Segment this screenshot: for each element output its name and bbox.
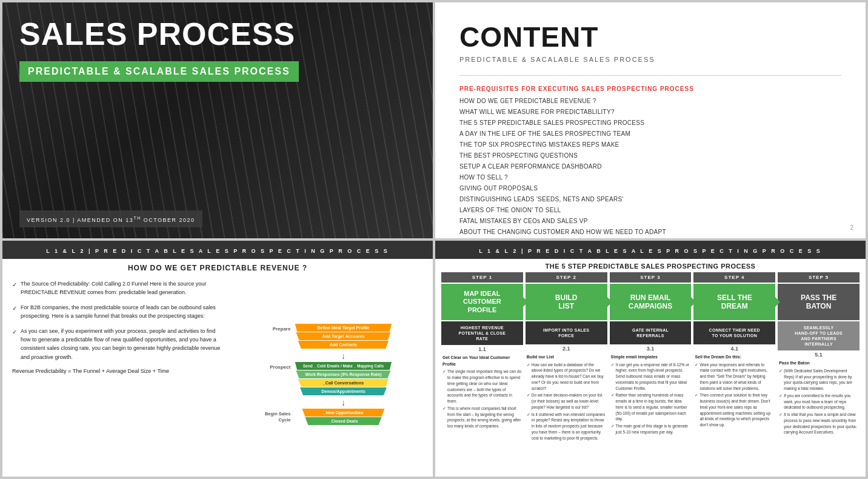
step-2-num: 2.1 <box>526 346 607 352</box>
toc-item-11: LAYERS OF THE ONION' TO SELL <box>459 205 841 216</box>
toc-item-9: GIVING OUT PROPOSALS <box>459 183 841 194</box>
funnel-bar-conversations: _Call Conversations <box>293 379 393 387</box>
step-2-desc-heading: Build our List <box>527 354 606 361</box>
funnel-begin-label: Begin Sales Cycle <box>260 409 290 423</box>
step-5-label: STEP 5 <box>778 272 860 283</box>
funnel-bar-demos: Demos/Appointments <box>293 387 393 395</box>
funnel-bar-accounts: Add Target Accounts <box>293 332 393 340</box>
step-3-sub: GATE INTERNAL REFERRALS <box>610 321 692 344</box>
toc-item-13: ABOUT THE CHANGING CUSTOMER AND HOW WE N… <box>459 227 841 238</box>
check-icon: ✓ <box>527 392 530 399</box>
toc-item-1: HOW DO WE GET PREDICTABLE REVENUE ? <box>459 96 841 107</box>
check-icon: ✓ <box>695 392 698 399</box>
funnel-prospect-label: Prospect <box>260 362 290 370</box>
step-2-desc: Build our List ✓ How can we build a data… <box>526 354 607 442</box>
check-icon: ✓ <box>611 362 615 369</box>
step-3-label: STEP 3 <box>610 272 692 283</box>
slide-1: SALES PROCESS PREDICTABLE & SCALABLE SAL… <box>2 2 433 238</box>
toc-item-6: THE BEST PROSPECTING QUESTIONS <box>459 150 841 161</box>
funnel-bar-define: Define Ideal Target Profile <box>293 324 393 332</box>
check-icon: ✓ <box>442 406 446 412</box>
checkmark-icon-3: ✓ <box>12 327 17 337</box>
step-1-main: MAP IDEAL CUSTOMER PROFILE <box>441 284 523 320</box>
step-2-main: BUILD LIST <box>526 284 607 320</box>
funnel-bar-cold-emails: Send _ Cold Emails / Make _ Mapping Call… <box>293 362 393 370</box>
funnel-prospect-group: Prospect Send _ Cold Emails / Make _ Map… <box>260 362 393 397</box>
check-icon: ✓ <box>442 369 446 375</box>
step-4-sub: CONNECT THEIR NEED TO YOUR SOLUTION <box>693 321 775 344</box>
slide3-right-column: Prepare Define Ideal Target Profile Add … <box>231 280 423 471</box>
funnel-prepare-label: Prepare <box>260 324 290 332</box>
step-2-sub: IMPORT INTO SALES FORCE <box>526 321 607 344</box>
slide3-bullet-3: ✓ As you can see, if you experiment with… <box>12 327 224 362</box>
step-1-desc-bullet-1: ✓ The single most important thing we can… <box>442 369 522 404</box>
funnel-bar-contacts: Add Contacts <box>293 341 393 349</box>
step-5-desc-heading: Pass the Baton <box>779 360 858 367</box>
toc-item-2: WHAT WILL WE MEASURE FOR PREDICTABLILITY… <box>459 107 841 118</box>
slide-4: L 1 & L 2 | P R E D I C T A B L E S A L … <box>435 241 866 477</box>
slide3-header: L 1 & L 2 | P R E D I C T A B L E S A L … <box>2 241 433 259</box>
slide3-bullet-2: ✓ For B2B companies, the most predictabl… <box>12 303 224 321</box>
step-5-desc-bullet-3: ✓ It is vital that you have a simple and… <box>779 412 858 435</box>
slide-3: L 1 & L 2 | P R E D I C T A B L E S A L … <box>2 241 433 477</box>
step-1-column: STEP 1 MAP IDEAL CUSTOMER PROFILE HIGHES… <box>440 272 524 442</box>
step-1-desc: Get Clear on Your Ideal Customer Profile… <box>441 355 523 430</box>
step-5-desc-bullet-1: ✓ (With Dedicated Sales Development Reps… <box>779 368 858 392</box>
step-1-desc-heading: Get Clear on Your Ideal Customer Profile <box>442 355 522 367</box>
slide3-bullet-text-1: The Source Of Predictability: Cold Calli… <box>21 280 224 297</box>
step-2-desc-bullet-2: ✓ Do we have decision-makers on your lis… <box>527 392 606 410</box>
slide1-version: VERSION 2.0 | AMENDED ON 13th OCTOBER 20… <box>19 210 202 227</box>
step-3-num: 3.1 <box>610 346 692 352</box>
slide1-subtitle-bar: PREDICTABLE & SCALABLE SALES PROCESS <box>19 61 299 82</box>
toc-item-3: THE 5 STEP PREDICTABLE SALES PROSPECTING… <box>459 118 841 129</box>
step-1-label: STEP 1 <box>441 272 523 283</box>
toc-item-8: HOW TO SELL ? <box>459 172 841 183</box>
step-5-main: PASS THE BATON <box>778 284 860 320</box>
step-2-column: STEP 2 BUILD LIST IMPORT INTO SALES FORC… <box>524 272 609 442</box>
step-5-desc-bullet-2: ✓ If you are committed to the results yo… <box>779 393 858 410</box>
step-4-desc: Sell the Dream Do this: ✓ Work your resp… <box>693 354 775 429</box>
check-icon: ✓ <box>779 368 783 375</box>
funnel-prepare-group: Prepare Define Ideal Target Profile Add … <box>260 324 393 350</box>
slide2-red-heading: PRE-REQUISITES FOR EXECUTING SALES PROSP… <box>459 85 841 92</box>
toc-item-14: NINE PRINCIPLES OF BUILDING A SALES MACH… <box>459 238 841 238</box>
slide3-subheader: HOW DO WE GET PREDICTABLE REVENUE ? <box>2 259 433 275</box>
step-2-label: STEP 2 <box>526 272 607 283</box>
step-3-desc-bullet-3: ✓ The main goal of this stage is to gene… <box>611 423 690 435</box>
check-icon: ✓ <box>527 362 530 369</box>
step-4-num: 4.1 <box>693 346 775 352</box>
slide3-left-column: ✓ The Source Of Predictability: Cold Cal… <box>12 280 224 471</box>
step-3-desc: Simple email templates ✓ It can get you … <box>610 354 692 437</box>
funnel-prepare-bars: Define Ideal Target Profile Add Target A… <box>293 324 393 350</box>
funnel-prospect-bars: Send _ Cold Emails / Make _ Mapping Call… <box>293 362 393 397</box>
step-1-sub: HIGHEST REVENUE POTENTIAL & CLOSE RATE <box>441 321 523 345</box>
funnel-diagram: Prepare Define Ideal Target Profile Add … <box>260 324 393 426</box>
step-3-desc-heading: Simple email templates <box>611 354 690 361</box>
step-4-label: STEP 4 <box>693 272 775 283</box>
funnel-begin-bars: _New Opportunities _Closed Deals <box>293 409 393 425</box>
funnel-bar-closed: _Closed Deals <box>293 417 393 425</box>
slide3-bottom-text: Revenue Predictability = The Funnel + Av… <box>12 367 224 376</box>
toc-item-4: A DAY IN THE LIFE OF THE SALES PROSPECTI… <box>459 129 841 139</box>
funnel-begin-group: Begin Sales Cycle _New Opportunities _Cl… <box>260 409 393 425</box>
funnel-arrow-1: ↓ <box>293 351 393 361</box>
toc-item-7: SETUP A CLEAR PERFORMANCE DASHBOARD <box>459 161 841 172</box>
funnel-arrow-2: ↓ <box>293 398 393 407</box>
step-3-main: RUN EMAIL CAMPAIGNS <box>610 284 692 320</box>
slide2-toc: HOW DO WE GET PREDICTABLE REVENUE ? WHAT… <box>459 96 841 238</box>
check-icon: ✓ <box>611 423 615 430</box>
slide2-page-number: 2 <box>850 224 853 231</box>
slide4-steps: STEP 1 MAP IDEAL CUSTOMER PROFILE HIGHES… <box>435 272 866 442</box>
slide3-header-text: L 1 & L 2 | P R E D I C T A B L E S A L … <box>46 248 389 254</box>
step-4-desc-heading: Sell the Dream Do this: <box>695 354 774 361</box>
slide4-subheader: THE 5 STEP PREDICTABLE SALES PROSPECTING… <box>435 259 866 272</box>
slide2-subtitle: PREDICTABLE & SACALABLE SALES PROCESS <box>459 56 841 63</box>
step-1-num: 1.1 <box>441 346 523 352</box>
slide1-version-text: VERSION 2.0 | AMENDED ON 13th OCTOBER 20… <box>27 217 195 223</box>
step-5-sub: SEAMLESSLY HAND-OFF TO LEADS AND PARTNER… <box>778 321 860 350</box>
step-4-desc-bullet-1: ✓ Work your responses and referrals to m… <box>695 362 774 392</box>
step-2-desc-bullet-3: ✓ Is it cluttered with non-relevant comp… <box>527 412 606 441</box>
slide3-body: ✓ The Source Of Predictability: Cold Cal… <box>2 275 433 477</box>
step-1-desc-bullet-2: ✓ This is where most companies fall shor… <box>442 406 522 429</box>
step-3-desc-bullet-2: ✓ Rather than sending hundreds of mass e… <box>611 392 690 422</box>
